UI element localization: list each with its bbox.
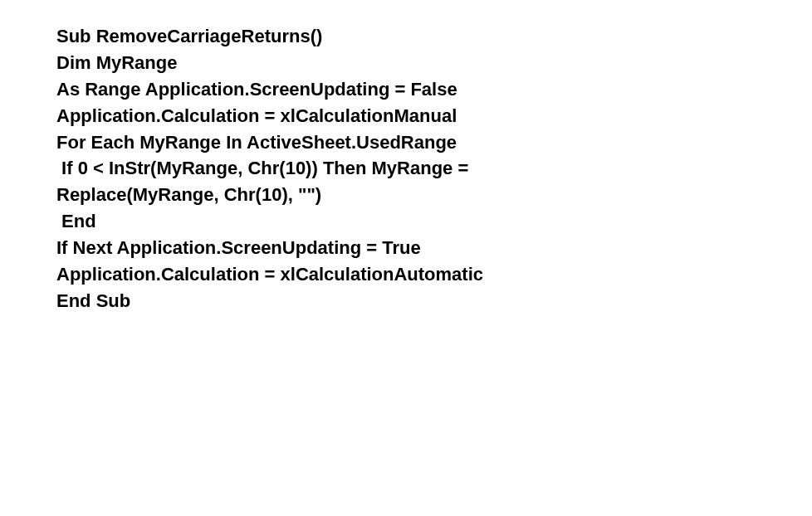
- code-line: Application.Calculation = xlCalculationA…: [56, 261, 812, 288]
- code-line: End: [56, 208, 812, 235]
- code-line: For Each MyRange In ActiveSheet.UsedRang…: [56, 129, 812, 156]
- code-line: If Next Application.ScreenUpdating = Tru…: [56, 235, 812, 261]
- code-line: If 0 < InStr(MyRange, Chr(10)) Then MyRa…: [56, 155, 812, 182]
- code-line: Application.Calculation = xlCalculationM…: [56, 103, 812, 129]
- code-line: As Range Application.ScreenUpdating = Fa…: [56, 76, 812, 103]
- code-line: Sub RemoveCarriageReturns(): [56, 23, 812, 50]
- code-block: Sub RemoveCarriageReturns() Dim MyRange …: [56, 23, 812, 314]
- code-line: End Sub: [56, 288, 812, 314]
- code-line: Dim MyRange: [56, 50, 812, 76]
- code-line: Replace(MyRange, Chr(10), ""): [56, 182, 812, 208]
